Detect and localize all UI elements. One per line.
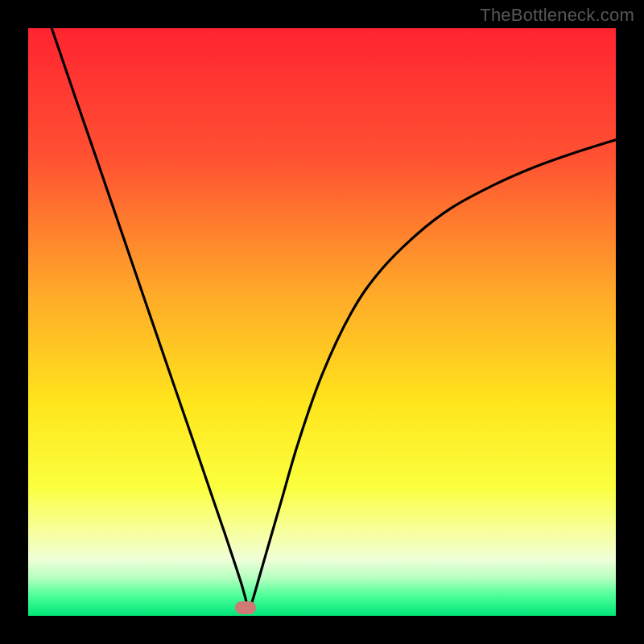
svg-rect-0 xyxy=(28,28,616,616)
plot-area xyxy=(28,28,616,616)
background-gradient xyxy=(28,28,616,616)
watermark-text: TheBottleneck.com xyxy=(480,5,634,26)
chart-frame: TheBottleneck.com xyxy=(0,0,644,644)
optimal-marker xyxy=(235,601,256,614)
